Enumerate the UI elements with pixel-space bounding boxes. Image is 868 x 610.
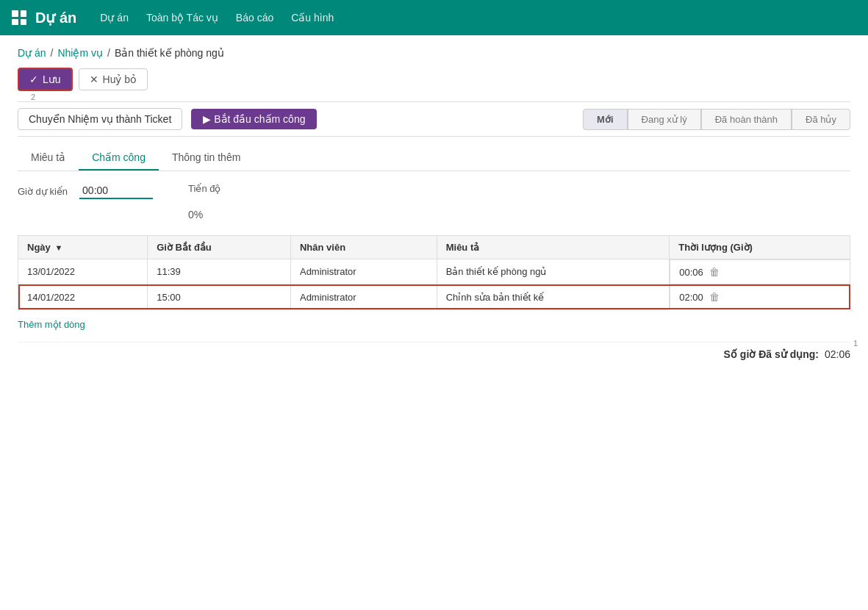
nav-cau-hinh[interactable]: Cấu hình	[291, 12, 334, 24]
delete-row-1-icon[interactable]: 🗑	[709, 266, 720, 278]
tab-cham-cong[interactable]: Chấm công	[79, 146, 159, 171]
nav-bao-cao[interactable]: Báo cáo	[236, 12, 273, 24]
status-da-hoan-thanh[interactable]: Đã hoàn thành	[701, 109, 792, 130]
cell-tl-1: 00:06 🗑	[670, 259, 850, 284]
gio-du-kien-label: Giờ dự kiến	[18, 186, 68, 197]
status-steps: Mới Đang xử lý Đã hoàn thành Đã hủy	[583, 109, 850, 130]
status-dang-xu-ly[interactable]: Đang xử lý	[628, 109, 701, 130]
form-row: Giờ dự kiến Tiến độ 0%	[18, 183, 850, 220]
tabs: Miêu tả Chấm công Thông tin thêm	[18, 146, 850, 171]
top-navigation: Dự án Dự án Toàn bộ Tác vụ Báo cáo Cấu h…	[0, 0, 868, 35]
cell-gio-2: 15:00	[148, 284, 291, 309]
breadcrumb-current: Bản thiết kế phòng ngủ	[115, 47, 224, 59]
save-button-wrap: ✓ Dự án Lưu 2	[18, 68, 73, 91]
timesheet-table: Ngày ▼ Giờ Bắt đầu Nhân viên Miêu tả Thờ…	[18, 235, 850, 310]
workflow-bar: Chuyển Nhiệm vụ thành Ticket ▶ Bắt đầu c…	[18, 101, 850, 137]
status-moi[interactable]: Mới	[583, 109, 627, 130]
cell-nv-1: Administrator	[290, 259, 437, 285]
cell-tl-2: 02:00 🗑	[670, 284, 850, 309]
col-mieu-ta: Miêu tả	[437, 236, 670, 259]
breadcrumb-du-an[interactable]: Dự án	[18, 47, 46, 59]
app-title: Dự án	[35, 9, 76, 26]
col-thoi-luong: Thời lượng (Giờ)	[670, 236, 850, 259]
cancel-icon: ✕	[90, 73, 98, 85]
cancel-label: Huỷ bỏ	[103, 73, 137, 85]
cell-mt-2: Chỉnh sửa bản thiết kế	[437, 284, 670, 309]
checkin-button[interactable]: ▶ Bắt đầu chấm công	[191, 109, 317, 129]
tab-thong-tin-them[interactable]: Thông tin thêm	[159, 146, 254, 171]
gio-du-kien-group: Giờ dự kiến	[18, 183, 153, 199]
gio-du-kien-input[interactable]	[79, 183, 153, 199]
breadcrumb-nhiem-vu[interactable]: Nhiệm vụ	[57, 47, 103, 59]
nav-toan-bo-tac-vu[interactable]: Toàn bộ Tác vụ	[146, 12, 218, 24]
row-badge-1: 1	[853, 339, 858, 348]
status-da-huy[interactable]: Đã hủy	[792, 109, 850, 130]
table-row: 13/01/2022 11:39 Administrator Bản thiết…	[18, 259, 850, 285]
cell-mt-1: Bản thiết kế phòng ngủ	[437, 259, 670, 285]
cell-nv-2: Administrator	[290, 284, 437, 309]
grid-icon[interactable]	[12, 10, 26, 25]
add-row-link[interactable]: Thêm một dòng	[18, 319, 85, 330]
save-button[interactable]: ✓ Dự án Lưu	[18, 68, 73, 91]
footer-value: 02:06	[825, 348, 850, 360]
col-ngay[interactable]: Ngày ▼	[18, 236, 148, 259]
nav-du-an[interactable]: Dự án	[100, 12, 129, 24]
main-content: Dự án / Nhiệm vụ / Bản thiết kế phòng ng…	[0, 35, 868, 372]
save-text: Lưu	[43, 73, 61, 85]
col-nhan-vien: Nhân viên	[290, 236, 437, 259]
cell-ngay-1: 13/01/2022	[18, 259, 148, 285]
tab-mieu-ta[interactable]: Miêu tả	[18, 146, 79, 171]
convert-ticket-button[interactable]: Chuyển Nhiệm vụ thành Ticket	[18, 108, 182, 130]
checkmark-icon: ✓	[29, 73, 38, 85]
col-gio-bat-dau: Giờ Bắt đầu	[148, 236, 291, 259]
breadcrumb: Dự án / Nhiệm vụ / Bản thiết kế phòng ng…	[18, 47, 850, 59]
footer-label: Số giờ Đã sử dụng:	[724, 348, 819, 360]
save-badge: 2	[31, 93, 35, 101]
table-footer: Số giờ Đã sử dụng: 02:06	[18, 342, 850, 360]
table-row: 14/01/2022 15:00 Administrator Chỉnh sửa…	[18, 284, 850, 309]
delete-row-2-icon[interactable]: 🗑	[709, 291, 720, 303]
cell-gio-1: 11:39	[148, 259, 291, 285]
tien-do-group: Tiến độ 0%	[188, 183, 220, 220]
nav-links: Dự án Toàn bộ Tác vụ Báo cáo Cấu hình	[100, 12, 334, 24]
cell-ngay-2: 14/01/2022	[18, 284, 148, 309]
tien-do-value: 0%	[188, 209, 220, 220]
sort-icon: ▼	[54, 243, 62, 252]
tien-do-label: Tiến độ	[188, 183, 220, 194]
action-bar: ✓ Dự án Lưu 2 ✕ Huỷ bỏ	[18, 68, 850, 91]
cancel-button[interactable]: ✕ Huỷ bỏ	[79, 68, 148, 90]
